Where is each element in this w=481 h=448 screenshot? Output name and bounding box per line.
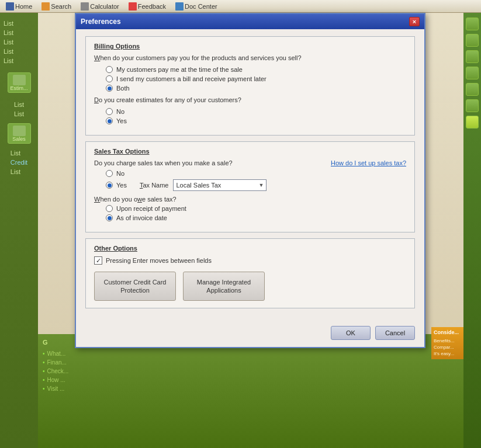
estimates-option-yes[interactable]: Yes [106, 117, 406, 124]
sidebar-list-2[interactable]: List [4, 28, 34, 37]
dialog-close-button[interactable]: × [409, 17, 420, 26]
ok-button[interactable]: OK [331, 326, 371, 340]
right-btn-1[interactable] [466, 18, 479, 30]
toolbar-search[interactable]: Search [38, 2, 75, 11]
bullet-item-3[interactable]: • Check... [43, 367, 459, 376]
toolbar-home[interactable]: Home [2, 2, 36, 11]
sidebar-list-6[interactable]: List [14, 100, 24, 109]
credit-card-protection-button[interactable]: Customer Credit CardProtection [94, 272, 176, 301]
bullet-text-1: What... [47, 350, 66, 357]
estimates-radio-group: No Yes [106, 108, 406, 124]
billing-option-2[interactable]: I send my customers a bill and receive p… [106, 75, 406, 82]
bullet-dot-4: • [43, 377, 45, 383]
sales-tax-option-yes[interactable]: Yes Tax Name Local Sales Tax ▼ [106, 179, 406, 191]
sales-tax-option-no[interactable]: No [106, 170, 406, 177]
dialog-title: Preferences [81, 18, 121, 26]
billing-option-3-label: Both [116, 85, 130, 92]
other-buttons-row: Customer Credit CardProtection Manage In… [94, 272, 406, 301]
sales-tax-radio-no[interactable] [106, 170, 113, 177]
right-btn-3[interactable] [466, 50, 479, 63]
sales-tax-yes-label: Yes [116, 182, 127, 189]
toolbar-feedback[interactable]: Feedback [125, 2, 169, 11]
sidebar-list-7[interactable]: List [14, 109, 24, 119]
right-btn-4[interactable] [466, 67, 479, 79]
billing-question: When do your customers pay you for the p… [94, 54, 406, 61]
sidebar-list-9[interactable]: List [11, 167, 27, 176]
dialog-content: Billing Options When do your customers p… [76, 29, 424, 321]
owe-invoice-label: As of invoice date [116, 214, 167, 221]
sidebar-list-1[interactable]: List [4, 19, 34, 28]
cancel-button[interactable]: Cancel [375, 326, 415, 340]
toolbar-calculator[interactable]: Calculator [77, 2, 123, 11]
tax-name-label: Tax Name [140, 182, 169, 189]
billing-radio-group: My customers pay me at the time of the s… [106, 66, 406, 92]
owe-option-receipt[interactable]: Upon receipt of payment [106, 205, 406, 212]
estimates-question: Do you create estimates for any of your … [94, 96, 406, 103]
toolbar: Home Search Calculator Feedback Doc Cent… [0, 0, 481, 13]
bullet-item-5[interactable]: • Visit ... [43, 384, 459, 393]
billing-radio-3[interactable] [106, 85, 113, 92]
billing-option-1[interactable]: My customers pay me at the time of the s… [106, 66, 406, 73]
tax-name-value: Local Sales Tax [176, 182, 221, 189]
sidebar-sales-icon[interactable]: Sales [8, 123, 31, 144]
consider-title: Conside... [434, 329, 461, 335]
sales-tax-question-row: Do you charge sales tax when you make a … [94, 159, 406, 166]
bottom-green-panel: G • What... • Finan... • Check... • How … [38, 334, 463, 448]
owe-option-invoice[interactable]: As of invoice date [106, 214, 406, 221]
home-icon [6, 2, 14, 11]
bullet-text-5: Visit ... [47, 386, 65, 392]
dialog-titlebar: Preferences × [76, 14, 424, 29]
calculator-icon [81, 2, 89, 11]
bullet-item-2[interactable]: • Finan... [43, 358, 459, 367]
consider-item-2[interactable]: Compar... [434, 344, 461, 350]
right-btn-2[interactable] [466, 34, 479, 47]
right-sidebar [463, 13, 481, 448]
sales-tax-help-link[interactable]: How do I set up sales tax? [331, 159, 406, 166]
other-options-title: Other Options [94, 245, 406, 252]
right-btn-7[interactable] [466, 116, 479, 129]
bullet-text-3: Check... [47, 368, 69, 374]
sidebar-estimates-icon[interactable]: Estim... [8, 72, 31, 93]
owe-radio-receipt[interactable] [106, 205, 113, 212]
sidebar-list-4[interactable]: List [4, 47, 34, 56]
estimates-option-no[interactable]: No [106, 108, 406, 115]
estimates-radio-yes[interactable] [106, 117, 113, 124]
sidebar-list-5[interactable]: List [4, 56, 34, 65]
left-sidebar: List List List List List Estim... List L… [0, 13, 38, 448]
billing-radio-2[interactable] [106, 75, 113, 82]
tax-name-row: Tax Name Local Sales Tax ▼ [140, 179, 267, 191]
billing-option-2-label: I send my customers a bill and receive p… [116, 75, 267, 82]
bullet-item-1[interactable]: • What... [43, 349, 459, 358]
sidebar-list-3[interactable]: List [4, 37, 34, 47]
consider-item-1[interactable]: Benefits... [434, 338, 461, 344]
sidebar-list-8[interactable]: List [11, 148, 27, 158]
owe-receipt-label: Upon receipt of payment [116, 205, 186, 212]
sales-tax-radio-yes[interactable] [106, 182, 113, 189]
tax-name-dropdown[interactable]: Local Sales Tax ▼ [173, 179, 267, 191]
right-btn-5[interactable] [466, 83, 479, 96]
right-btn-6[interactable] [466, 99, 479, 112]
billing-option-3[interactable]: Both [106, 85, 406, 92]
bullet-item-4[interactable]: • How ... [43, 376, 459, 384]
owe-radio-group: Upon receipt of payment As of invoice da… [106, 205, 406, 221]
manage-integrated-applications-button[interactable]: Manage IntegratedApplications [183, 272, 265, 301]
sales-label: Sales [12, 136, 26, 142]
consider-item-3[interactable]: It's easy... [434, 350, 461, 357]
dialog-footer: OK Cancel [76, 321, 424, 347]
toolbar-doc-center[interactable]: Doc Center [172, 2, 221, 11]
sales-tax-section: Sales Tax Options Do you charge sales ta… [85, 141, 415, 232]
owe-radio-invoice[interactable] [106, 214, 113, 221]
estimates-radio-no[interactable] [106, 108, 113, 115]
estimates-label: Estim... [10, 85, 27, 91]
bullet-dot-1: • [43, 350, 45, 357]
enter-moves-fields-label: Pressing Enter moves between fields [106, 257, 212, 264]
enter-moves-fields-checkbox[interactable] [94, 256, 102, 265]
bullet-text-4: How ... [47, 377, 65, 383]
doc-center-icon [175, 2, 184, 11]
billing-radio-1[interactable] [106, 66, 113, 73]
sales-tax-title: Sales Tax Options [94, 148, 406, 155]
search-icon [41, 2, 50, 11]
sidebar-credit[interactable]: Credit [11, 158, 27, 167]
sales-tax-no-label: No [116, 170, 124, 177]
preferences-dialog: Preferences × Billing Options When do yo… [75, 13, 425, 348]
